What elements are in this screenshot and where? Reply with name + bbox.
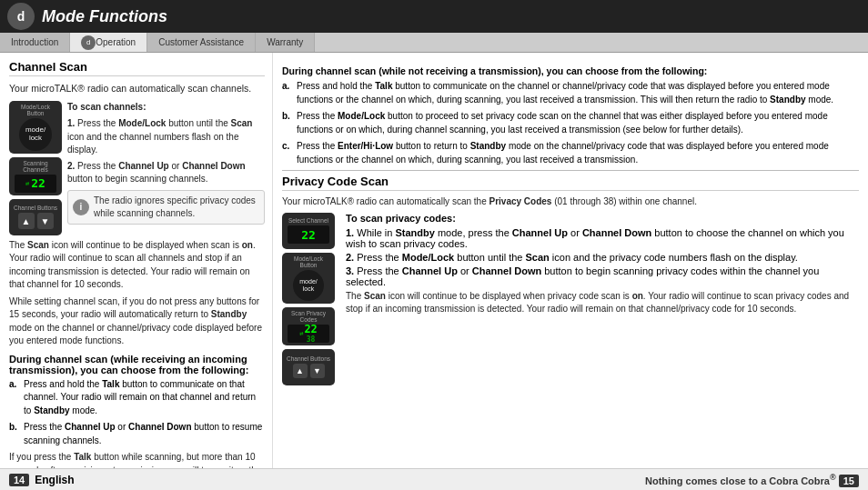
mode-lock-label2: Mode/Lock Button xyxy=(285,255,332,268)
footer-tagline: Nothing comes close to a Cobra Cobra® 15 xyxy=(645,473,859,486)
channel-scan-intro: Your microTALK® radio can automatically … xyxy=(9,82,265,95)
mode-lock-button-img: Mode/Lock Button mode/lock xyxy=(9,101,62,154)
scan-privacy-label: Scan Privacy Codes xyxy=(285,310,332,323)
scan-steps-row: Mode/Lock Button mode/lock Scanning Chan… xyxy=(9,101,265,235)
select-channel-img: Select Channel 22 xyxy=(282,213,335,249)
priv-body: The Scan icon will continue to be displa… xyxy=(346,290,859,316)
right-column: During channel scan (while not receiving… xyxy=(273,53,868,468)
page-header: d Mode Functions xyxy=(0,0,868,33)
page-footer: 14 English Nothing comes close to a Cobr… xyxy=(0,468,868,490)
section-divider xyxy=(282,170,859,171)
tab-warranty[interactable]: Warranty xyxy=(256,33,315,52)
priv-step3: 3. Press the Channel Up or Channel Down … xyxy=(346,265,859,287)
right-list-c: c. Press the Enter/Hi·Low button to retu… xyxy=(282,140,859,166)
tab-operation[interactable]: d Operation xyxy=(70,33,147,52)
list-item-b: b. Press the Channel Up or Channel Down … xyxy=(9,421,265,447)
privacy-steps-row: Select Channel 22 Mode/Lock Button mode/… xyxy=(282,213,859,385)
to-scan-label: To scan channels: xyxy=(67,101,265,115)
step2-text: 2. Press the Channel Up or Channel Down … xyxy=(67,160,265,186)
scan-body2: While setting channel scan, if you do no… xyxy=(9,295,265,348)
scan-privacy-screen: ⇄ 22 38 xyxy=(288,325,329,343)
page-number-right: 15 xyxy=(839,475,859,487)
privacy-steps-text: To scan privacy codes: 1. While in Stand… xyxy=(346,213,859,320)
right-list-a: a. Press and hold the Talk button to com… xyxy=(282,80,859,106)
info-box: i The radio ignores specific privacy cod… xyxy=(67,190,265,225)
channel-buttons-img2: Channel Buttons ▲ ▼ xyxy=(282,349,335,385)
priv-step2: 2. Press the Mode/Lock button until the … xyxy=(346,252,859,263)
if-press-talk: If you press the Talk button while scann… xyxy=(9,451,265,468)
during-not-receiving-title: During channel scan (while not receiving… xyxy=(282,65,859,76)
right-list-b: b. Press the Mode/Lock button to proceed… xyxy=(282,110,859,136)
channel-buttons-label2: Channel Buttons xyxy=(287,355,330,362)
priv-step1: 1. While in Standby mode, press the Chan… xyxy=(346,227,859,249)
scan-privacy-img: Scan Privacy Codes ⇄ 22 38 xyxy=(282,307,335,345)
tab-customer-assistance[interactable]: Customer Assistance xyxy=(147,33,256,52)
tab-introduction[interactable]: Introduction xyxy=(0,33,70,52)
step1-text: 1. Press the Mode/Lock button until the … xyxy=(67,117,265,157)
select-channel-screen: 22 xyxy=(288,225,329,244)
channel-scan-title: Channel Scan xyxy=(9,60,265,76)
header-icon: d xyxy=(7,3,35,30)
left-column: Channel Scan Your microTALK® radio can a… xyxy=(0,53,273,468)
during-incoming-title: During channel scan (while receiving an … xyxy=(9,354,265,375)
info-icon: i xyxy=(73,199,89,215)
device2-label: Scanning Channels xyxy=(12,160,59,173)
tab-icon: d xyxy=(81,35,96,50)
mode-lock-img2: Mode/Lock Button mode/lock xyxy=(282,253,335,304)
device2-screen: ⇄ 22 xyxy=(15,175,56,193)
main-content: Channel Scan Your microTALK® radio can a… xyxy=(0,53,868,468)
privacy-scan-title: Privacy Code Scan xyxy=(282,175,859,191)
page-number-left: 14 xyxy=(9,474,29,486)
privacy-intro: Your microTALK® radio can automatically … xyxy=(282,195,859,209)
select-channel-label: Select Channel xyxy=(288,217,328,224)
scanning-channels-img: Scanning Channels ⇄ 22 xyxy=(9,157,62,195)
scan-body1: The Scan icon will continue to be displa… xyxy=(9,239,265,292)
page-title: Mode Functions xyxy=(42,7,167,26)
device3-label: Channel Buttons xyxy=(14,205,57,211)
device1-label: Mode/Lock Button xyxy=(12,104,59,116)
to-scan-privacy-label: To scan privacy codes: xyxy=(346,213,859,224)
channel-buttons-img: Channel Buttons ▲ ▼ xyxy=(9,199,62,235)
list-item-a: a. Press and hold the Talk button to com… xyxy=(9,378,265,418)
scan-steps-text: To scan channels: 1. Press the Mode/Lock… xyxy=(67,101,265,235)
footer-left: 14 English xyxy=(9,474,75,486)
tab-navigation: Introduction d Operation Customer Assist… xyxy=(0,33,868,53)
footer-language: English xyxy=(35,474,74,486)
